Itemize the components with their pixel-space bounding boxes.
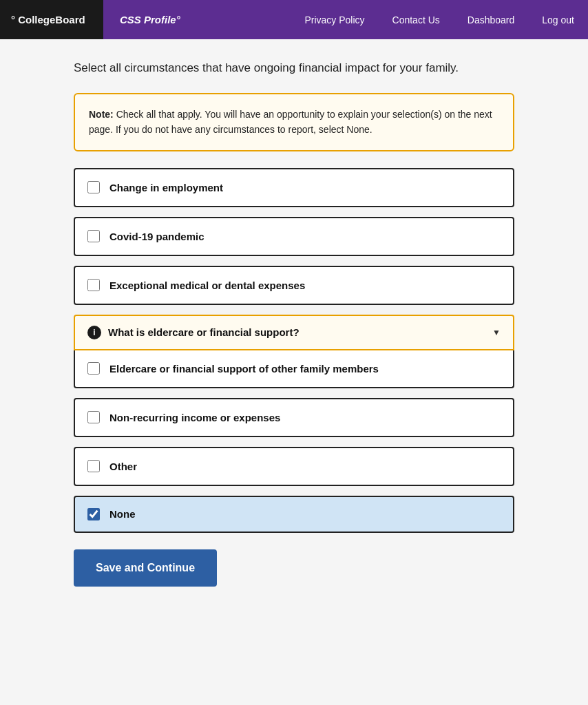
checkbox-item-none[interactable]: None xyxy=(74,496,514,533)
checkbox-item-change-in-employment[interactable]: Change in employment xyxy=(74,168,514,207)
nav-link-privacy[interactable]: Privacy Policy xyxy=(291,0,378,39)
nav-link-contact[interactable]: Contact Us xyxy=(379,0,454,39)
dropdown-arrow-icon: ▼ xyxy=(492,328,501,337)
checkbox-label-exceptional-medical: Exceptional medical or dental expenses xyxy=(109,278,305,293)
checkbox-non-recurring[interactable] xyxy=(87,411,100,423)
nav-link-dashboard[interactable]: Dashboard xyxy=(454,0,529,39)
eldercare-tooltip-text: What is eldercare or financial support? xyxy=(108,326,487,338)
save-continue-button[interactable]: Save and Continue xyxy=(74,549,217,587)
checkbox-label-non-recurring: Non-recurring income or expenses xyxy=(109,410,280,425)
logo-text: ° CollegeBoard xyxy=(11,14,85,25)
nav-links: Privacy Policy Contact Us Dashboard Log … xyxy=(291,0,588,39)
collegeboard-logo: ° CollegeBoard xyxy=(0,0,103,39)
css-profile-label: CSS Profile° xyxy=(103,14,197,25)
checkbox-covid[interactable] xyxy=(87,230,100,242)
checkbox-label-covid: Covid-19 pandemic xyxy=(109,229,204,244)
checkbox-none[interactable] xyxy=(87,508,100,520)
nav-link-logout[interactable]: Log out xyxy=(528,0,588,39)
eldercare-tooltip-bar[interactable]: i What is eldercare or financial support… xyxy=(74,315,514,350)
main-content: Select all circumstances that have ongoi… xyxy=(60,39,528,628)
page-subtitle: Select all circumstances that have ongoi… xyxy=(74,60,514,76)
checkbox-label-change-in-employment: Change in employment xyxy=(109,180,223,195)
checkbox-label-eldercare: Eldercare or financial support of other … xyxy=(109,361,379,376)
checkbox-exceptional-medical[interactable] xyxy=(87,279,100,291)
checkbox-item-other[interactable]: Other xyxy=(74,447,514,486)
checkbox-other[interactable] xyxy=(87,460,100,472)
checkbox-label-other: Other xyxy=(109,459,137,474)
checkbox-item-covid[interactable]: Covid-19 pandemic xyxy=(74,217,514,256)
note-box: Note: Check all that apply. You will hav… xyxy=(74,93,514,151)
navbar: ° CollegeBoard CSS Profile° Privacy Poli… xyxy=(0,0,588,39)
checkbox-item-exceptional-medical[interactable]: Exceptional medical or dental expenses xyxy=(74,266,514,305)
checkbox-label-none: None xyxy=(109,508,136,520)
checkbox-change-in-employment[interactable] xyxy=(87,181,100,193)
note-bold: Note: xyxy=(89,109,114,120)
checkbox-eldercare[interactable] xyxy=(87,362,100,375)
checkbox-item-non-recurring[interactable]: Non-recurring income or expenses xyxy=(74,398,514,437)
info-icon: i xyxy=(87,326,101,339)
eldercare-group: i What is eldercare or financial support… xyxy=(74,315,514,388)
checkbox-item-eldercare[interactable]: Eldercare or financial support of other … xyxy=(74,350,514,388)
note-text: Check all that apply. You will have an o… xyxy=(89,109,492,135)
